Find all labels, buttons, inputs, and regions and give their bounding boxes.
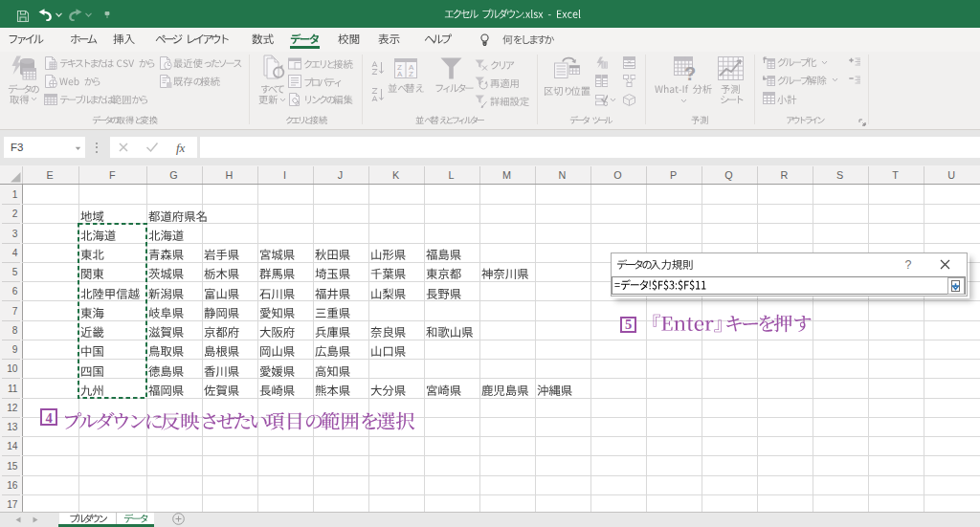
- svg-text:Z: Z: [409, 70, 413, 78]
- svg-text:?: ?: [684, 63, 696, 80]
- svg-text:A: A: [397, 70, 403, 78]
